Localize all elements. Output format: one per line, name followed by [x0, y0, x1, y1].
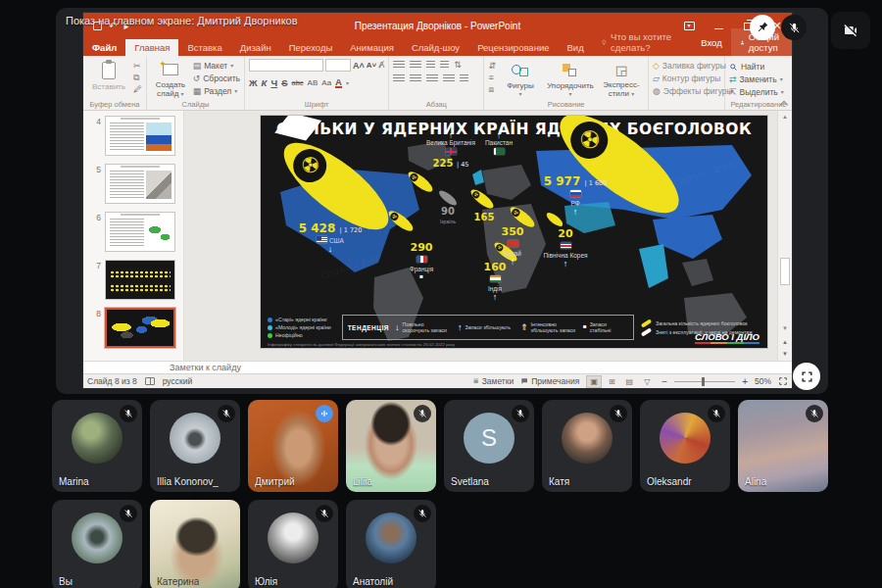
participant-tile-alina[interactable]: Alina — [738, 400, 828, 492]
font-size-input[interactable] — [325, 59, 351, 72]
participant-tile-marina[interactable]: Marina — [52, 400, 142, 492]
participant-tile-svetlana[interactable]: S Svetlana — [444, 400, 534, 492]
expand-tile-button[interactable] — [793, 363, 820, 390]
numbering-icon[interactable] — [410, 61, 421, 70]
tab-animations[interactable]: Анимация — [341, 39, 403, 56]
thumbnail-slide-5[interactable]: 5 — [83, 164, 177, 204]
increase-indent-icon[interactable] — [440, 61, 449, 70]
editor-scrollbar[interactable]: ▲ ▼ ▲ ▼ — [777, 111, 792, 361]
reading-view-button[interactable]: ▤ — [621, 375, 637, 388]
clear-format-icon[interactable]: Ⱥ — [378, 61, 384, 70]
zoom-in-button[interactable]: + — [742, 376, 748, 387]
find-button[interactable]: Найти — [729, 62, 784, 73]
align-left-icon[interactable] — [393, 74, 405, 83]
bold-button[interactable]: Ж — [249, 77, 258, 88]
previous-slide-button[interactable]: ▲ — [779, 337, 791, 348]
slide-sorter-view-button[interactable]: ⊞ — [604, 375, 619, 388]
tab-file[interactable]: Файл — [83, 39, 125, 56]
tab-insert[interactable]: Вставка — [178, 39, 230, 56]
thumbnail-slide-4[interactable]: 4 — [83, 116, 177, 156]
underline-button[interactable]: Ч — [270, 77, 277, 88]
bullets-icon[interactable] — [393, 61, 405, 70]
font-name-input[interactable] — [249, 59, 323, 72]
copy-icon[interactable]: ⧉ — [133, 74, 142, 82]
participant-tile-katya[interactable]: Катя — [542, 400, 632, 492]
fit-to-window-button[interactable] — [778, 376, 788, 386]
tab-review[interactable]: Рецензирование — [468, 39, 558, 56]
pin-button[interactable] — [750, 15, 775, 40]
language-indicator[interactable]: русский — [163, 376, 193, 386]
scrollbar-thumb[interactable] — [780, 258, 790, 285]
strikethrough-button[interactable]: abc — [291, 78, 303, 87]
shape-fill-button[interactable]: ◇Заливка фигуры — [653, 61, 733, 72]
smartart-icon[interactable]: ⧈ — [488, 85, 496, 94]
shape-outline-button[interactable]: ▱Контур фигуры — [653, 74, 733, 84]
change-case-button[interactable]: Аа — [321, 78, 331, 87]
scroll-down-arrow[interactable]: ▼ — [778, 322, 792, 335]
camera-off-indicator[interactable] — [831, 12, 870, 49]
minimize-button[interactable] — [704, 13, 733, 39]
comments-toggle-button[interactable]: Примечания — [520, 376, 579, 386]
tab-home[interactable]: Главная — [125, 39, 178, 56]
arrange-button[interactable]: Упорядочить▾ — [545, 59, 596, 99]
participant-tile-oleksandr[interactable]: Oleksandr — [640, 400, 730, 492]
cut-icon[interactable]: ✂ — [133, 62, 142, 71]
line-spacing-icon[interactable]: ⇅ — [454, 61, 462, 70]
layout-button[interactable]: ▤Макет▾ — [193, 61, 240, 72]
align-text-icon[interactable]: ≡ — [488, 74, 496, 82]
font-color-button[interactable]: А — [335, 77, 342, 88]
quick-styles-button[interactable]: ◲ Экспресс- стили ▾ — [599, 59, 644, 99]
participant-tile-you[interactable]: Вы — [52, 500, 142, 588]
section-button[interactable]: ▦Раздел▾ — [193, 86, 240, 97]
participant-tile-anatoliy[interactable]: Анатолій — [346, 500, 436, 588]
notes-pane[interactable]: Заметки к слайду — [83, 361, 792, 373]
slideshow-view-button[interactable]: ▽ — [639, 375, 655, 388]
align-center-icon[interactable] — [410, 74, 421, 83]
participant-tile-illia[interactable]: Illia Kononov_ — [150, 400, 240, 492]
slide-canvas[interactable]: СЛОВО І ДІЛО СЛОВО І ДІЛО СКІЛЬКИ У ЯДЕР… — [261, 116, 767, 348]
participant-tile-liliia[interactable]: Liliia — [346, 400, 436, 492]
presenter-mic-off-indicator[interactable] — [781, 15, 807, 40]
collapse-ribbon-button[interactable] — [779, 99, 788, 108]
scroll-up-arrow[interactable]: ▲ — [778, 111, 792, 123]
presentation-tile[interactable]: ↶ ▸ Презентация Дворніков - PowerPoint ▾… — [56, 8, 828, 394]
justify-icon[interactable] — [443, 74, 455, 83]
participant-tile-dmitriy[interactable]: Дмитрий — [248, 400, 338, 492]
strike-button[interactable]: S — [281, 77, 287, 88]
shrink-font-button[interactable]: А˅ — [367, 61, 376, 70]
text-direction-icon[interactable]: ⇵ — [488, 62, 496, 71]
italic-button[interactable]: К — [262, 77, 268, 88]
decrease-indent-icon[interactable] — [426, 61, 435, 70]
mic-off-icon — [806, 405, 823, 422]
columns-icon[interactable] — [460, 74, 468, 83]
tab-slideshow[interactable]: Слайд-шоу — [403, 39, 468, 56]
select-button[interactable]: ⇱Выделить▾ — [729, 87, 784, 98]
notes-toggle-button[interactable]: ≣Заметки — [473, 376, 514, 386]
align-right-icon[interactable] — [426, 74, 438, 83]
proofing-icon[interactable] — [145, 377, 155, 385]
zoom-out-button[interactable]: − — [662, 376, 667, 387]
ribbon-display-options-button[interactable]: ▾ — [674, 13, 704, 39]
next-slide-button[interactable]: ▼ — [779, 349, 791, 360]
grow-font-button[interactable]: А˄ — [353, 61, 365, 71]
participant-tile-yulia[interactable]: Юлія — [248, 500, 338, 588]
participant-tile-kateryna[interactable]: Катерина — [150, 500, 240, 588]
paste-button[interactable]: Вставить — [87, 59, 130, 99]
format-painter-icon[interactable]: 🖉 — [133, 85, 142, 94]
zoom-slider[interactable] — [674, 381, 735, 382]
char-spacing-button[interactable]: АВ — [308, 78, 318, 87]
zoom-level[interactable]: 50% — [755, 376, 771, 386]
tab-view[interactable]: Вид — [558, 39, 592, 56]
new-slide-button[interactable]: Создать слайд ▾ — [151, 59, 190, 99]
slide-thumbnail-panel[interactable]: 4 5 6 7 8 — [83, 111, 184, 361]
tab-transitions[interactable]: Переходы — [280, 39, 342, 56]
normal-view-button[interactable]: ▣ — [586, 375, 602, 388]
reset-button[interactable]: ↺Сбросить — [193, 74, 240, 84]
thumbnail-slide-8[interactable]: 8 — [83, 308, 177, 348]
thumbnail-slide-7[interactable]: 7 — [83, 260, 177, 300]
replace-button[interactable]: ⇄Заменить▾ — [729, 74, 784, 85]
shape-effects-button[interactable]: ◍Эффекты фигуры — [653, 86, 733, 97]
thumbnail-slide-6[interactable]: 6 — [83, 212, 177, 252]
tab-design[interactable]: Дизайн — [231, 39, 280, 56]
shapes-button[interactable]: Фигуры▾ — [499, 59, 542, 99]
